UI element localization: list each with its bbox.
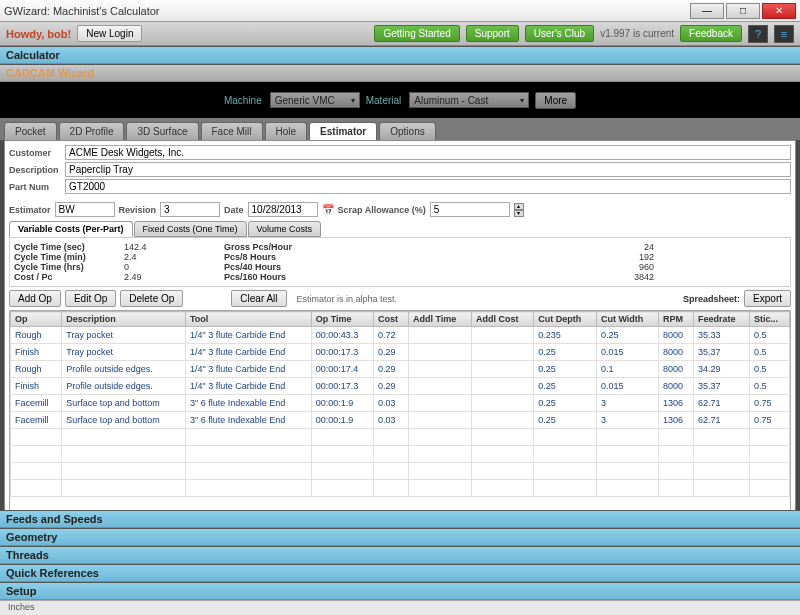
grid-cell[interactable]: Finish [11,344,62,361]
grid-cell[interactable]: Surface top and bottom [62,412,186,429]
delete-op-button[interactable]: Delete Op [120,290,183,307]
grid-cell[interactable]: 8000 [658,378,693,395]
subtab-pocket[interactable]: Pocket [4,122,57,140]
description-input[interactable] [65,162,791,177]
grid-cell[interactable] [408,395,471,412]
grid-cell[interactable] [472,327,534,344]
cost-tab-0[interactable]: Variable Costs (Per-Part) [9,221,133,237]
accordion-setup[interactable]: Setup [0,582,800,600]
grid-cell[interactable]: 0.29 [373,344,408,361]
grid-cell[interactable]: 35.37 [693,378,749,395]
grid-cell[interactable] [472,378,534,395]
grid-cell[interactable]: 62.71 [693,395,749,412]
close-button[interactable]: ✕ [762,3,796,19]
subtab-2d-profile[interactable]: 2D Profile [59,122,125,140]
subtab-face-mill[interactable]: Face Mill [201,122,263,140]
table-row[interactable]: FinishProfile outside edges.1/4" 3 flute… [11,378,790,395]
grid-cell[interactable]: 0.29 [373,361,408,378]
cost-tab-1[interactable]: Fixed Costs (One Time) [134,221,247,237]
grid-cell[interactable]: 3" 6 flute Indexable End [186,395,312,412]
grid-cell[interactable]: Rough [11,327,62,344]
grid-cell[interactable]: 3" 6 flute Indexable End [186,412,312,429]
grid-cell[interactable]: 0.29 [373,378,408,395]
minimize-button[interactable]: — [690,3,724,19]
grid-cell[interactable]: Surface top and bottom [62,395,186,412]
grid-cell[interactable] [408,412,471,429]
grid-cell[interactable]: 0.5 [750,378,790,395]
grid-cell[interactable]: Rough [11,361,62,378]
grid-cell[interactable]: 3 [596,412,658,429]
grid-cell[interactable]: 3 [596,395,658,412]
grid-col-header[interactable]: Op [11,312,62,327]
grid-col-header[interactable]: Cost [373,312,408,327]
partnum-input[interactable] [65,179,791,194]
table-row[interactable]: RoughTray pocket1/4" 3 flute Carbide End… [11,327,790,344]
subtab-estimator[interactable]: Estimator [309,122,377,140]
grid-cell[interactable]: 8000 [658,344,693,361]
grid-col-header[interactable]: Cut Width [596,312,658,327]
grid-cell[interactable]: 00:00:1.9 [311,412,373,429]
grid-cell[interactable]: 0.1 [596,361,658,378]
grid-cell[interactable]: 1/4" 3 flute Carbide End [186,327,312,344]
grid-cell[interactable] [472,412,534,429]
grid-cell[interactable]: 0.015 [596,378,658,395]
subtab-hole[interactable]: Hole [265,122,308,140]
grid-cell[interactable]: 0.25 [534,361,597,378]
grid-cell[interactable]: 00:00:17.3 [311,378,373,395]
grid-cell[interactable]: Profile outside edges. [62,378,186,395]
grid-cell[interactable]: Profile outside edges. [62,361,186,378]
grid-col-header[interactable]: Tool [186,312,312,327]
grid-cell[interactable]: 0.03 [373,395,408,412]
grid-cell[interactable]: 62.71 [693,412,749,429]
grid-cell[interactable]: 0.03 [373,412,408,429]
grid-cell[interactable] [472,361,534,378]
ops-grid[interactable]: OpDescriptionToolOp TimeCostAddl TimeAdd… [10,311,790,497]
material-select[interactable]: Aluminum - Cast [409,92,529,108]
accordion-calculator[interactable]: Calculator [0,46,800,64]
grid-cell[interactable] [408,361,471,378]
grid-cell[interactable]: Tray pocket [62,327,186,344]
users-club-button[interactable]: User's Club [525,25,594,42]
grid-cell[interactable] [408,378,471,395]
date-input[interactable] [248,202,318,217]
grid-cell[interactable]: 0.25 [534,344,597,361]
export-button[interactable]: Export [744,290,791,307]
machine-select[interactable]: Generic VMC [270,92,360,108]
grid-cell[interactable]: 0.72 [373,327,408,344]
help-icon[interactable]: ? [748,25,768,43]
grid-cell[interactable]: 0.25 [534,378,597,395]
subtab-options[interactable]: Options [379,122,435,140]
grid-cell[interactable]: 34.29 [693,361,749,378]
clear-all-button[interactable]: Clear All [231,290,286,307]
more-button[interactable]: More [535,92,576,109]
grid-cell[interactable] [472,344,534,361]
grid-cell[interactable] [408,344,471,361]
table-row[interactable]: FinishTray pocket1/4" 3 flute Carbide En… [11,344,790,361]
getting-started-button[interactable]: Getting Started [374,25,459,42]
grid-cell[interactable]: 8000 [658,361,693,378]
grid-cell[interactable]: 0.235 [534,327,597,344]
grid-cell[interactable]: 00:00:17.3 [311,344,373,361]
grid-cell[interactable]: 8000 [658,327,693,344]
grid-col-header[interactable]: Op Time [311,312,373,327]
accordion-geometry[interactable]: Geometry [0,528,800,546]
accordion-cadcam[interactable]: CADCAM Wizard [0,64,800,82]
grid-cell[interactable]: 0.75 [750,412,790,429]
table-row[interactable]: RoughProfile outside edges.1/4" 3 flute … [11,361,790,378]
grid-col-header[interactable]: Stic... [750,312,790,327]
grid-cell[interactable]: 0.25 [534,395,597,412]
menu-icon[interactable]: ≡ [774,25,794,43]
edit-op-button[interactable]: Edit Op [65,290,116,307]
grid-cell[interactable]: 00:00:1.9 [311,395,373,412]
maximize-button[interactable]: □ [726,3,760,19]
grid-cell[interactable]: 0.25 [534,412,597,429]
accordion-threads[interactable]: Threads [0,546,800,564]
scrap-input[interactable] [430,202,510,217]
grid-col-header[interactable]: RPM [658,312,693,327]
grid-col-header[interactable]: Cut Depth [534,312,597,327]
add-op-button[interactable]: Add Op [9,290,61,307]
grid-cell[interactable]: 00:00:17.4 [311,361,373,378]
grid-cell[interactable]: 0.25 [596,327,658,344]
grid-cell[interactable]: 0.5 [750,327,790,344]
grid-col-header[interactable]: Feedrate [693,312,749,327]
